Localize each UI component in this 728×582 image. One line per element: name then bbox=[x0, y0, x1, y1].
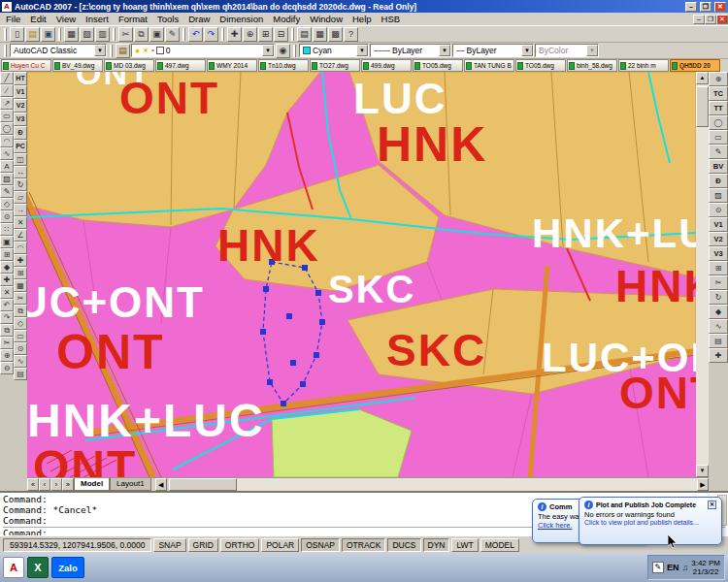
doc-close-button[interactable]: ✕ bbox=[716, 15, 728, 24]
menu-modify[interactable]: Modify bbox=[268, 13, 305, 25]
properties-icon[interactable]: ▤ bbox=[297, 27, 312, 42]
toolbar-grip[interactable] bbox=[113, 28, 116, 41]
designcenter-icon[interactable]: ▦ bbox=[313, 27, 327, 42]
layer-button-v2[interactable]: V2 bbox=[709, 232, 728, 246]
next-tab-icon[interactable]: › bbox=[50, 478, 62, 491]
layer-button-v3[interactable]: V3 bbox=[709, 246, 728, 261]
menu-help[interactable]: Help bbox=[347, 13, 377, 25]
rectangle-icon[interactable]: ▭ bbox=[709, 130, 728, 145]
tool-palettes-icon[interactable]: ▩ bbox=[328, 27, 343, 42]
scroll-right-icon[interactable]: ▶ bbox=[697, 478, 709, 491]
grid-icon[interactable]: ⊞ bbox=[14, 267, 27, 279]
cut-small-icon[interactable]: ✂ bbox=[0, 337, 14, 349]
pencil-icon[interactable]: ✎ bbox=[709, 145, 728, 159]
layer-button-d[interactable]: Đ bbox=[14, 126, 27, 140]
last-tab-icon[interactable]: » bbox=[62, 478, 74, 491]
grid-icon[interactable]: ⊞ bbox=[709, 261, 728, 275]
drawing-canvas[interactable]: ONT ONT LUC HNK HNK HNK+LUC HNK SKC LUC+… bbox=[27, 72, 696, 477]
close-button[interactable]: ✕ bbox=[714, 2, 726, 12]
toolbar-grip[interactable] bbox=[4, 45, 7, 57]
doc-tab-active[interactable]: QH5DD 20 bbox=[670, 59, 720, 72]
scroll-left-icon[interactable]: ◀ bbox=[155, 478, 167, 491]
doc-tab[interactable]: Huyen Cu C bbox=[1, 59, 51, 72]
doc-tab[interactable]: TO05.dwg bbox=[413, 59, 463, 72]
rotate-icon[interactable]: ↻ bbox=[709, 290, 728, 305]
doc-tab[interactable]: Tn10.dwg bbox=[258, 59, 309, 72]
hatch-icon[interactable]: ▨ bbox=[709, 188, 728, 203]
pan-realtime-icon[interactable]: ✚ bbox=[227, 27, 242, 42]
layer-button-v1[interactable]: V1 bbox=[709, 217, 728, 232]
plus-icon[interactable]: ✚ bbox=[0, 274, 14, 286]
offset-icon[interactable]: ▱ bbox=[14, 191, 27, 204]
circle-icon[interactable]: ◯ bbox=[709, 115, 728, 130]
zoom-realtime-icon[interactable]: ⊕ bbox=[243, 27, 257, 42]
toolbar-grip[interactable] bbox=[293, 45, 296, 57]
zoom-previous-icon[interactable]: ⊟ bbox=[274, 27, 288, 42]
trim-icon[interactable]: ✕ bbox=[14, 216, 27, 229]
props-small-icon[interactable]: ▤ bbox=[14, 368, 27, 380]
toggle-snap[interactable]: SNAP bbox=[153, 538, 185, 552]
copy-icon[interactable]: ⧉ bbox=[134, 27, 149, 42]
toolbar-grip[interactable] bbox=[182, 28, 185, 41]
first-tab-icon[interactable]: « bbox=[27, 478, 39, 491]
hatch-icon[interactable]: ▨ bbox=[0, 173, 14, 185]
prev-tab-icon[interactable]: ‹ bbox=[39, 478, 50, 491]
help-icon[interactable]: ? bbox=[344, 27, 358, 42]
diamond-icon[interactable]: ◆ bbox=[709, 305, 728, 319]
menu-window[interactable]: Window bbox=[305, 13, 347, 25]
minimize-button[interactable]: – bbox=[685, 2, 697, 12]
toggle-ortho[interactable]: ORTHO bbox=[220, 538, 260, 552]
cut-icon[interactable]: ✂ bbox=[118, 27, 133, 42]
maximize-button[interactable]: ❐ bbox=[700, 2, 711, 12]
plotstyle-dropdown[interactable]: ByColor ▼ bbox=[535, 44, 599, 57]
plot-icon[interactable]: ▦ bbox=[64, 27, 79, 42]
toggle-model[interactable]: MODEL bbox=[480, 538, 519, 552]
construction-line-icon[interactable]: ∕ bbox=[0, 84, 14, 97]
plot-preview-icon[interactable]: ▧ bbox=[80, 27, 94, 42]
toggle-otrack[interactable]: OTRACK bbox=[342, 538, 385, 552]
vertical-scroll-thumb[interactable] bbox=[696, 86, 709, 127]
block-icon[interactable]: ▣ bbox=[0, 236, 14, 248]
toggle-polar[interactable]: POLAR bbox=[261, 538, 299, 552]
workspace-dropdown[interactable]: AutoCAD Classic ▼ bbox=[10, 44, 107, 57]
balloon-close-icon[interactable]: ✕ bbox=[708, 501, 716, 509]
layer-button-tc[interactable]: TC bbox=[709, 86, 728, 101]
toggle-osnap[interactable]: OSNAP bbox=[301, 538, 340, 552]
doc-tab[interactable]: 499.dwg bbox=[361, 59, 412, 72]
menu-edit[interactable]: Edit bbox=[25, 13, 50, 25]
doc-tab[interactable]: BV_49.dwg bbox=[52, 59, 103, 72]
zoom-in-icon[interactable]: ⊕ bbox=[709, 72, 728, 86]
copy-small-icon[interactable]: ⧉ bbox=[0, 324, 14, 337]
rotate-icon[interactable]: ↻ bbox=[14, 178, 27, 191]
doc-restore-button[interactable]: ❐ bbox=[705, 15, 716, 24]
rect-small-icon[interactable]: ▭ bbox=[14, 330, 27, 342]
extend-icon[interactable]: → bbox=[14, 204, 27, 216]
color-dropdown[interactable]: Cyan ▼ bbox=[299, 44, 369, 57]
menu-dimension[interactable]: Dimension bbox=[215, 13, 268, 25]
mirror-icon[interactable]: ◫ bbox=[14, 153, 27, 166]
horizontal-scroll-thumb[interactable] bbox=[169, 478, 237, 491]
linetype-dropdown[interactable]: —— ByLayer ▼ bbox=[370, 44, 451, 57]
chamfer-icon[interactable]: ∠ bbox=[14, 229, 27, 242]
taskbar-zalo-button[interactable]: Zalo bbox=[51, 557, 84, 578]
rectangle-icon[interactable]: ▭ bbox=[0, 110, 14, 122]
fillet-icon[interactable]: ◠ bbox=[14, 242, 27, 254]
doc-minimize-button[interactable]: – bbox=[693, 15, 705, 24]
pencil-icon[interactable]: ✎ bbox=[0, 185, 14, 198]
menu-draw[interactable]: Draw bbox=[183, 13, 215, 25]
arc-icon[interactable]: ◠ bbox=[0, 135, 14, 147]
layer-button-v1[interactable]: V1 bbox=[14, 85, 27, 99]
doc-tab[interactable]: 22 binh m bbox=[618, 59, 669, 72]
doc-tab[interactable]: 497.dwg bbox=[155, 59, 206, 72]
language-indicator[interactable]: EN bbox=[667, 563, 679, 572]
layer-properties-icon[interactable]: ▤ bbox=[116, 44, 130, 58]
zoom-in-icon[interactable]: ⊕ bbox=[0, 349, 14, 362]
toggle-lwt[interactable]: LWT bbox=[451, 538, 478, 552]
redo-icon[interactable]: ↷ bbox=[204, 27, 218, 42]
point-small-icon[interactable]: ⊙ bbox=[14, 342, 27, 355]
paste-icon[interactable]: ▣ bbox=[149, 27, 164, 42]
menu-tools[interactable]: Tools bbox=[152, 13, 183, 25]
scissors-icon[interactable]: ✂ bbox=[709, 275, 728, 290]
circle-icon[interactable]: ◯ bbox=[0, 122, 14, 135]
layer-button-v3[interactable]: V3 bbox=[14, 113, 27, 126]
